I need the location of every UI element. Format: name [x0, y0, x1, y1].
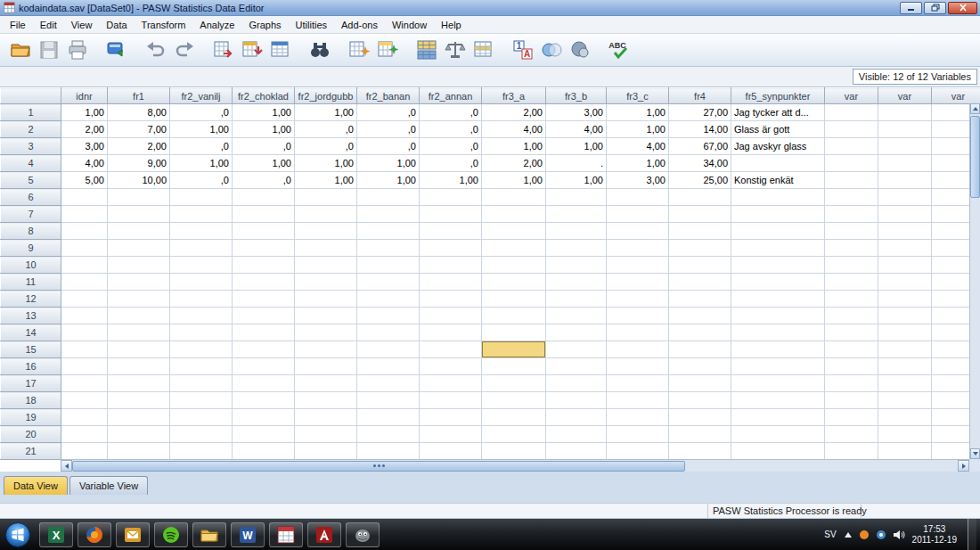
data-cell[interactable] [825, 138, 878, 155]
vertical-scroll-thumb[interactable] [970, 116, 980, 198]
column-header-var[interactable]: var [878, 88, 932, 104]
data-cell[interactable] [878, 409, 932, 426]
data-cell[interactable] [233, 443, 295, 460]
goto-case-button[interactable] [210, 37, 237, 63]
data-cell[interactable] [482, 392, 546, 409]
data-cell[interactable] [825, 257, 878, 274]
data-cell[interactable] [357, 324, 420, 341]
data-cell[interactable] [233, 206, 295, 223]
data-cell[interactable] [108, 426, 170, 443]
row-header-18[interactable]: 18 [1, 392, 61, 409]
data-cell[interactable] [825, 358, 878, 375]
row-header-19[interactable]: 19 [1, 409, 61, 426]
column-header-fr4[interactable]: fr4 [669, 88, 731, 104]
row-header-7[interactable]: 7 [1, 206, 61, 223]
row-header-2[interactable]: 2 [1, 121, 61, 138]
data-cell[interactable] [878, 121, 932, 138]
data-cell[interactable] [546, 426, 607, 443]
menu-item-add-ons[interactable]: Add-ons [334, 17, 385, 33]
data-cell[interactable] [108, 358, 170, 375]
row-header-11[interactable]: 11 [1, 274, 61, 291]
data-cell[interactable] [607, 308, 669, 324]
data-cell[interactable]: 3,00 [61, 138, 108, 155]
data-cell[interactable] [295, 341, 357, 358]
data-cell[interactable] [878, 426, 932, 443]
data-cell[interactable] [878, 291, 932, 308]
taskbar-gimp-button[interactable] [346, 522, 380, 547]
data-cell[interactable] [108, 189, 170, 206]
data-cell[interactable]: 25,00 [669, 172, 731, 189]
data-cell[interactable] [61, 324, 108, 341]
data-cell[interactable]: 4,00 [546, 121, 607, 138]
data-cell[interactable]: 8,00 [108, 104, 170, 121]
data-cell[interactable] [878, 375, 932, 392]
data-cell[interactable] [546, 324, 607, 341]
data-cell[interactable] [482, 274, 546, 291]
show-desktop-button[interactable] [968, 519, 976, 550]
data-cell[interactable]: ,0 [170, 138, 233, 155]
insert-cases-button[interactable] [346, 37, 372, 63]
row-header-1[interactable]: 1 [1, 104, 61, 121]
data-cell[interactable] [420, 375, 482, 392]
data-cell[interactable] [825, 189, 878, 206]
data-cell[interactable] [357, 189, 420, 206]
menu-item-transform[interactable]: Transform [135, 17, 193, 33]
tray-app-2-icon[interactable] [876, 529, 886, 540]
data-cell[interactable] [61, 206, 108, 223]
find-button[interactable] [306, 37, 333, 63]
data-cell[interactable]: Jag tycker att d... [731, 104, 825, 121]
data-cell[interactable] [295, 308, 357, 324]
data-cell[interactable] [731, 324, 825, 341]
data-cell[interactable]: ,0 [420, 138, 482, 155]
row-header-15[interactable]: 15 [1, 341, 61, 358]
data-cell[interactable] [825, 223, 878, 240]
data-cell[interactable] [825, 341, 878, 358]
selected-cell[interactable] [482, 341, 546, 358]
data-cell[interactable] [607, 189, 669, 206]
split-file-button[interactable] [413, 37, 440, 63]
data-cell[interactable] [607, 375, 669, 392]
data-cell[interactable] [357, 443, 420, 460]
column-header-fr2_banan[interactable]: fr2_banan [357, 88, 420, 104]
menu-item-graphs[interactable]: Graphs [241, 17, 288, 33]
data-cell[interactable] [233, 257, 295, 274]
data-cell[interactable] [233, 392, 295, 409]
scroll-left-button[interactable] [61, 460, 72, 472]
data-cell[interactable]: 1,00 [61, 104, 108, 121]
data-cell[interactable] [108, 223, 170, 240]
data-cell[interactable] [731, 155, 825, 172]
data-cell[interactable]: 4,00 [61, 155, 108, 172]
data-cell[interactable] [61, 392, 108, 409]
data-cell[interactable] [546, 375, 607, 392]
data-cell[interactable] [482, 257, 546, 274]
data-cell[interactable]: 67,00 [669, 138, 731, 155]
data-cell[interactable] [357, 426, 420, 443]
data-cell[interactable]: 1,00 [546, 172, 607, 189]
data-cell[interactable]: 1,00 [546, 138, 607, 155]
data-cell[interactable]: 27,00 [669, 104, 731, 121]
data-cell[interactable] [295, 375, 357, 392]
column-header-fr2_vanilj[interactable]: fr2_vanilj [170, 88, 233, 104]
column-header-fr3_c[interactable]: fr3_c [607, 88, 669, 104]
data-cell[interactable]: 3,00 [546, 104, 607, 121]
minimize-button[interactable] [900, 2, 922, 14]
data-cell[interactable] [170, 375, 233, 392]
data-cell[interactable] [420, 223, 482, 240]
row-header-20[interactable]: 20 [1, 426, 61, 443]
data-cell[interactable] [295, 324, 357, 341]
data-cell[interactable]: 7,00 [108, 121, 170, 138]
data-cell[interactable]: 14,00 [669, 121, 731, 138]
data-cell[interactable] [420, 291, 482, 308]
data-cell[interactable] [420, 324, 482, 341]
data-cell[interactable]: 1,00 [607, 104, 669, 121]
row-header-9[interactable]: 9 [1, 240, 61, 257]
row-header-10[interactable]: 10 [1, 257, 61, 274]
row-header-17[interactable]: 17 [1, 375, 61, 392]
data-cell[interactable] [669, 341, 731, 358]
data-cell[interactable] [420, 358, 482, 375]
data-cell[interactable] [61, 223, 108, 240]
data-cell[interactable] [731, 375, 825, 392]
data-cell[interactable] [61, 409, 108, 426]
show-all-variables-button[interactable] [567, 37, 593, 63]
data-cell[interactable] [607, 443, 669, 460]
